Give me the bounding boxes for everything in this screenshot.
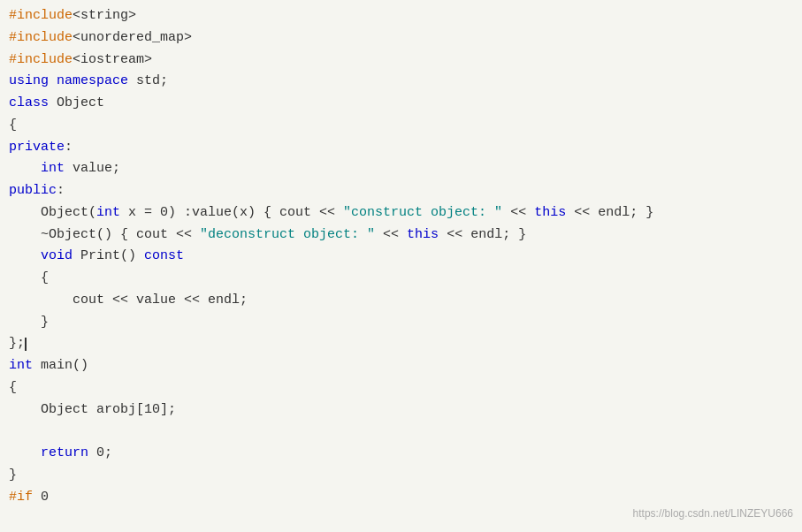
code-line-4: using namespace std; [9,71,793,93]
code-line-11: ~Object() { cout << "deconstruct object:… [9,224,793,247]
code-line-6: { [9,115,793,137]
code-line-10: Object(int x = 0) :value(x) { cout << "c… [9,202,793,224]
code-line-13: { [9,268,793,290]
code-line-18: { [9,377,793,399]
code-line-1: #include<string> [9,5,793,27]
code-line-8: int value; [9,158,793,180]
code-line-2: #include<unordered_map> [9,27,793,49]
watermark: https://blog.csdn.net/LINZEYU666 [633,505,793,523]
code-line-19: Object arobj[10]; [9,399,793,422]
code-line-5: class Object [9,93,793,115]
code-line-14: cout << value << endl; [9,290,793,312]
code-line-7: private: [9,137,793,159]
code-line-20 [9,421,793,443]
code-line-3: #include<iostream> [9,49,793,72]
code-line-17: int main() [9,355,793,377]
code-line-9: public: [9,180,793,202]
code-line-15: } [9,312,793,334]
code-line-12: void Print() const [9,246,793,268]
code-editor: #include<string> #include<unordered_map>… [0,0,802,532]
code-line-16: }; [9,333,793,355]
code-line-21: return 0; [9,443,793,465]
code-line-22: } [9,465,793,487]
